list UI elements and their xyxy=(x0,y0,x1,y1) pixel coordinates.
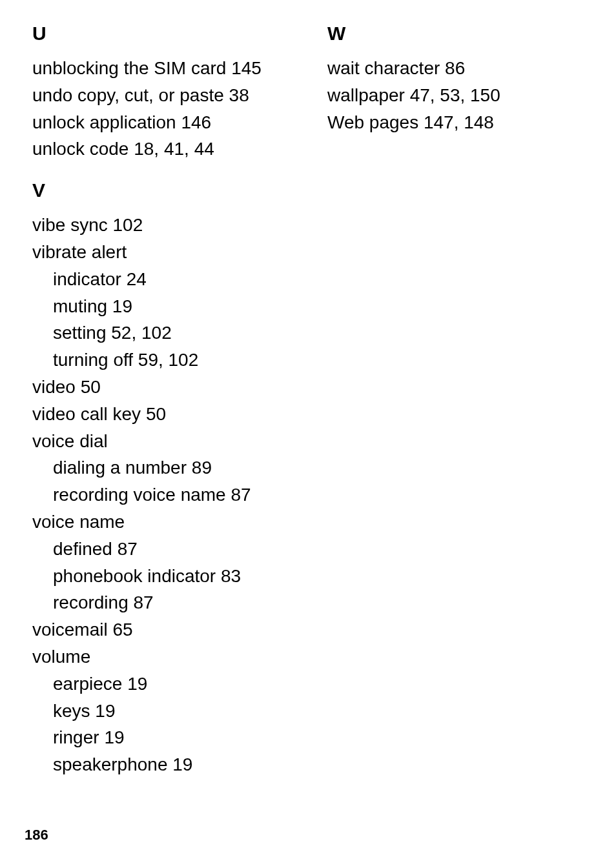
index-entry: Web pages 147, 148 xyxy=(327,110,584,135)
index-entry: volume xyxy=(32,645,289,669)
index-term: unlock code xyxy=(32,139,128,159)
index-entry: video 50 xyxy=(32,375,289,399)
index-term: setting xyxy=(53,323,107,343)
index-pages: 147, 148 xyxy=(424,112,494,132)
index-entry: video call key 50 xyxy=(32,402,289,427)
index-pages: 59, 102 xyxy=(138,350,198,370)
index-entry: undo copy, cut, or paste 38 xyxy=(32,83,289,108)
index-term: dialing a number xyxy=(53,458,187,478)
index-subentry: dialing a number 89 xyxy=(32,456,289,480)
index-pages: 50 xyxy=(81,377,101,397)
index-term: unlock application xyxy=(32,112,176,132)
index-term: ringer xyxy=(53,727,99,747)
index-subentry: defined 87 xyxy=(32,537,289,561)
index-term: voice name xyxy=(32,512,125,532)
index-entry: unlock code 18, 41, 44 xyxy=(32,137,289,161)
index-pages: 89 xyxy=(192,458,212,478)
index-term: volume xyxy=(32,647,90,667)
index-pages: 52, 102 xyxy=(111,323,171,343)
index-entry: unblocking the SIM card 145 xyxy=(32,56,289,81)
index-term: keys xyxy=(53,701,90,721)
index-pages: 19 xyxy=(127,674,147,694)
index-entry: vibe sync 102 xyxy=(32,213,289,237)
index-entry: voicemail 65 xyxy=(32,618,289,642)
index-entry: voice name xyxy=(32,510,289,534)
index-pages: 87 xyxy=(118,539,138,559)
index-subentry: turning off 59, 102 xyxy=(32,348,289,372)
right-column: Wwait character 86wallpaper 47, 53, 150W… xyxy=(327,23,584,780)
index-subentry: recording 87 xyxy=(32,590,289,615)
index-pages: 83 xyxy=(221,566,241,586)
index-pages: 19 xyxy=(95,701,115,721)
index-term: video xyxy=(32,377,76,397)
index-subentry: indicator 24 xyxy=(32,267,289,292)
index-section-heading: V xyxy=(32,179,289,201)
index-columns: Uunblocking the SIM card 145undo copy, c… xyxy=(32,23,584,780)
index-term: recording voice name xyxy=(53,485,226,505)
index-subentry: recording voice name 87 xyxy=(32,483,289,507)
index-term: voicemail xyxy=(32,620,108,640)
index-pages: 19 xyxy=(172,754,192,774)
index-term: defined xyxy=(53,539,112,559)
index-subentry: speakerphone 19 xyxy=(32,752,289,777)
index-term: speakerphone xyxy=(53,754,167,774)
index-subentry: keys 19 xyxy=(32,699,289,723)
index-term: unblocking the SIM card xyxy=(32,58,226,78)
index-pages: 86 xyxy=(445,58,465,78)
index-pages: 19 xyxy=(104,727,124,747)
index-pages: 50 xyxy=(146,404,166,424)
index-pages: 38 xyxy=(229,85,249,105)
index-entry: wallpaper 47, 53, 150 xyxy=(327,83,584,108)
index-entry: unlock application 146 xyxy=(32,110,289,135)
page-number: 186 xyxy=(25,827,48,843)
index-pages: 87 xyxy=(134,592,154,612)
index-term: phonebook indicator xyxy=(53,566,216,586)
index-term: voice dial xyxy=(32,431,108,451)
index-pages: 19 xyxy=(112,296,132,316)
index-term: Web pages xyxy=(327,112,418,132)
index-pages: 87 xyxy=(231,485,251,505)
index-term: wallpaper xyxy=(327,85,405,105)
index-entry: voice dial xyxy=(32,429,289,454)
index-pages: 145 xyxy=(231,58,262,78)
index-entry: wait character 86 xyxy=(327,56,584,81)
index-subentry: ringer 19 xyxy=(32,725,289,750)
index-pages: 18, 41, 44 xyxy=(134,139,214,159)
index-pages: 65 xyxy=(112,620,132,640)
index-pages: 146 xyxy=(181,112,211,132)
index-pages: 24 xyxy=(127,269,147,289)
index-subentry: earpiece 19 xyxy=(32,672,289,696)
index-term: indicator xyxy=(53,269,121,289)
index-entry: vibrate alert xyxy=(32,240,289,265)
index-subentry: setting 52, 102 xyxy=(32,321,289,345)
index-term: earpiece xyxy=(53,674,122,694)
index-term: recording xyxy=(53,592,128,612)
index-term: video call key xyxy=(32,404,141,424)
index-pages: 102 xyxy=(113,215,143,235)
index-term: wait character xyxy=(327,58,440,78)
index-term: vibrate alert xyxy=(32,242,127,262)
index-term: muting xyxy=(53,296,107,316)
left-column: Uunblocking the SIM card 145undo copy, c… xyxy=(32,23,289,780)
index-subentry: muting 19 xyxy=(32,294,289,319)
index-term: vibe sync xyxy=(32,215,108,235)
index-section-heading: U xyxy=(32,23,289,45)
index-section-heading: W xyxy=(327,23,584,45)
index-pages: 47, 53, 150 xyxy=(410,85,500,105)
index-subentry: phonebook indicator 83 xyxy=(32,564,289,589)
index-term: turning off xyxy=(53,350,133,370)
index-term: undo copy, cut, or paste xyxy=(32,85,224,105)
